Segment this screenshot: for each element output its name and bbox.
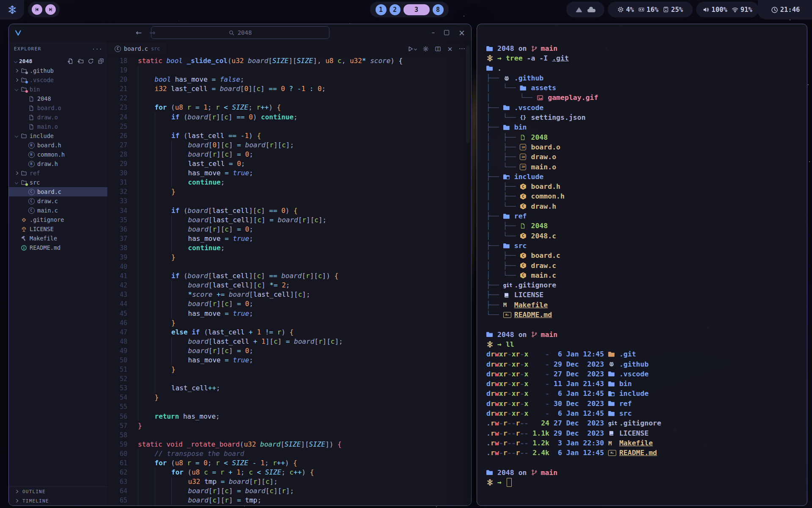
explorer-item-main.c[interactable]: main.c: [9, 206, 107, 215]
code-line-37[interactable]: 37has_move = true;: [108, 234, 471, 243]
clock-widget[interactable]: 21:46: [758, 0, 812, 19]
code-line-53[interactable]: 53last_cell++;: [108, 384, 471, 393]
explorer-item-Makefile[interactable]: Makefile: [9, 234, 107, 243]
code-line-36[interactable]: 36board[r][c] = 0;: [108, 225, 471, 234]
code-line-27[interactable]: 27board[0][c] = board[r][c];: [108, 141, 471, 150]
explorer-item-.vscode[interactable]: .vscode: [9, 75, 107, 85]
collapse-folders-button[interactable]: [98, 58, 104, 64]
code-line-35[interactable]: 35board[last_cell][c] = board[r][c];: [108, 215, 471, 225]
explorer-more-actions[interactable]: ···: [92, 46, 102, 52]
code-line-55[interactable]: 55: [108, 402, 471, 411]
code-line-25[interactable]: 25: [108, 122, 471, 131]
new-file-button[interactable]: [67, 58, 74, 64]
workspace-button-8[interactable]: 8: [433, 4, 444, 15]
explorer-item-main.o[interactable]: main.o: [9, 122, 107, 131]
close-button[interactable]: ×: [458, 28, 465, 37]
code-line-32[interactable]: 32}: [108, 187, 471, 196]
explorer-item-.github[interactable]: .github: [9, 66, 107, 75]
code-line-65[interactable]: 65board[c][r] = tmp;: [108, 496, 471, 505]
workspace-button-1[interactable]: 1: [376, 4, 387, 15]
code-line-19[interactable]: 19: [108, 66, 471, 75]
code-line-43[interactable]: 43*score += board[last_cell][c];: [108, 290, 471, 299]
code-area[interactable]: 18static bool _slide_col(u32 board[SIZE]…: [108, 56, 471, 505]
settings-gear-icon[interactable]: [422, 46, 429, 52]
code-line-50[interactable]: 50has_move = true;: [108, 356, 471, 365]
code-line-24[interactable]: 24if (board[r][c] == 0) continue;: [108, 113, 471, 122]
close-editor-button[interactable]: ×: [447, 45, 453, 53]
code-line-29[interactable]: 29last_cell = 0;: [108, 159, 471, 168]
explorer-item-draw.o[interactable]: draw.o: [9, 113, 107, 122]
navigate-back-button[interactable]: ←: [136, 28, 142, 37]
workspace-button-3[interactable]: 3: [403, 4, 430, 15]
code-line-57[interactable]: 57}: [108, 421, 471, 431]
code-line-42[interactable]: 42board[last_cell][c] *= 2;: [108, 281, 471, 290]
system-stats-widget[interactable]: 4% 16% 25%: [608, 2, 693, 17]
sidebar-section-timeline[interactable]: TIMELINE: [9, 496, 107, 505]
minimize-button[interactable]: –: [432, 29, 435, 36]
code-line-23[interactable]: 23for (u8 r = 1; r < SIZE; r++) {: [108, 103, 471, 112]
command-center-search[interactable]: 2048: [151, 26, 329, 39]
code-line-34[interactable]: 34if (board[last_cell][c] == 0) {: [108, 206, 471, 215]
code-line-56[interactable]: 56return has_move;: [108, 412, 471, 421]
editor-more-actions[interactable]: ···: [459, 45, 465, 53]
code-line-20[interactable]: 20bool has_move = false;: [108, 75, 471, 84]
code-line-39[interactable]: 39}: [108, 253, 471, 262]
workspace-button-2[interactable]: 2: [390, 4, 401, 15]
code-line-26[interactable]: 26if (last_cell == -1) {: [108, 131, 471, 141]
code-line-22[interactable]: 22: [108, 94, 471, 103]
code-line-51[interactable]: 51}: [108, 365, 471, 374]
code-line-40[interactable]: 40: [108, 262, 471, 271]
code-line-48[interactable]: 48board[last_cell + 1][c] = board[r][c];: [108, 337, 471, 346]
explorer-item-board.h[interactable]: board.h: [9, 141, 107, 150]
code-line-46[interactable]: 46}: [108, 318, 471, 328]
code-line-59[interactable]: 59static void _rotate_board(u32 board[SI…: [108, 440, 471, 449]
explorer-item-include[interactable]: include: [9, 131, 107, 141]
split-editor-button[interactable]: [435, 46, 441, 52]
editor-scrollbar[interactable]: [466, 46, 470, 143]
code-line-61[interactable]: 61for (u8 r = 0; r < SIZE - 1; r++) {: [108, 458, 471, 468]
code-line-52[interactable]: 52: [108, 374, 471, 384]
explorer-item-draw.h[interactable]: draw.h: [9, 159, 107, 168]
launcher-button[interactable]: [0, 0, 24, 19]
terminal-window[interactable]: 2048 on main→ tree -a -I .git.├── .githu…: [477, 24, 807, 506]
code-line-45[interactable]: 45has_move = true;: [108, 309, 471, 318]
code-line-64[interactable]: 64board[r][c] = board[c][r];: [108, 486, 471, 496]
code-line-54[interactable]: 54}: [108, 393, 471, 402]
code-line-30[interactable]: 30has_move = true;: [108, 168, 471, 178]
maximize-button[interactable]: [444, 30, 449, 35]
code-line-62[interactable]: 62for (u8 c = r + 1; c < SIZE; c++) {: [108, 468, 471, 477]
explorer-item-2048[interactable]: 2048: [9, 94, 107, 103]
explorer-item-bin[interactable]: bin: [9, 85, 107, 94]
new-folder-button[interactable]: [77, 58, 84, 64]
code-line-63[interactable]: 63u32 tmp = board[r][c];: [108, 477, 471, 486]
editor-pane[interactable]: board.c src × ··· 18static bool _slide_c…: [108, 41, 471, 505]
code-line-31[interactable]: 31continue;: [108, 178, 471, 187]
code-line-21[interactable]: 21i32 last_cell = board[0][c] == 0 ? -1 …: [108, 84, 471, 94]
explorer-item-board.o[interactable]: board.o: [9, 103, 107, 113]
explorer-item-.gitignore[interactable]: .gitignore: [9, 215, 107, 224]
code-line-18[interactable]: 18static bool _slide_col(u32 board[SIZE]…: [108, 56, 471, 66]
explorer-item-src[interactable]: src: [9, 178, 107, 187]
explorer-item-LICENSE[interactable]: LICENSE: [9, 224, 107, 234]
explorer-item-draw.c[interactable]: draw.c: [9, 196, 107, 206]
refresh-explorer-button[interactable]: [88, 58, 94, 64]
code-line-47[interactable]: 47else if (last_cell + 1 != r) {: [108, 328, 471, 337]
code-line-49[interactable]: 49board[r][c] = 0;: [108, 346, 471, 356]
tab-board-c[interactable]: board.c src: [108, 41, 167, 56]
explorer-item-common.h[interactable]: common.h: [9, 150, 107, 159]
audio-network-widget[interactable]: 100% 91%: [696, 2, 759, 17]
run-file-button[interactable]: [407, 46, 417, 52]
media-next-button[interactable]: [45, 4, 56, 15]
code-line-41[interactable]: 41if (board[last_cell][c] == board[r][c]…: [108, 271, 471, 281]
code-line-33[interactable]: 33: [108, 196, 471, 206]
project-root-row[interactable]: 2048: [9, 56, 107, 66]
sidebar-section-outline[interactable]: OUTLINE: [9, 487, 107, 496]
explorer-item-README.md[interactable]: README.md: [9, 243, 107, 252]
explorer-item-ref[interactable]: ref: [9, 168, 107, 178]
explorer-item-board.c[interactable]: board.c: [9, 187, 107, 196]
weather-widget[interactable]: [566, 2, 604, 17]
media-previous-button[interactable]: [32, 4, 42, 15]
code-line-58[interactable]: 58: [108, 431, 471, 440]
code-line-60[interactable]: 60// transpose the board: [108, 449, 471, 458]
code-line-44[interactable]: 44board[r][c] = 0;: [108, 299, 471, 309]
